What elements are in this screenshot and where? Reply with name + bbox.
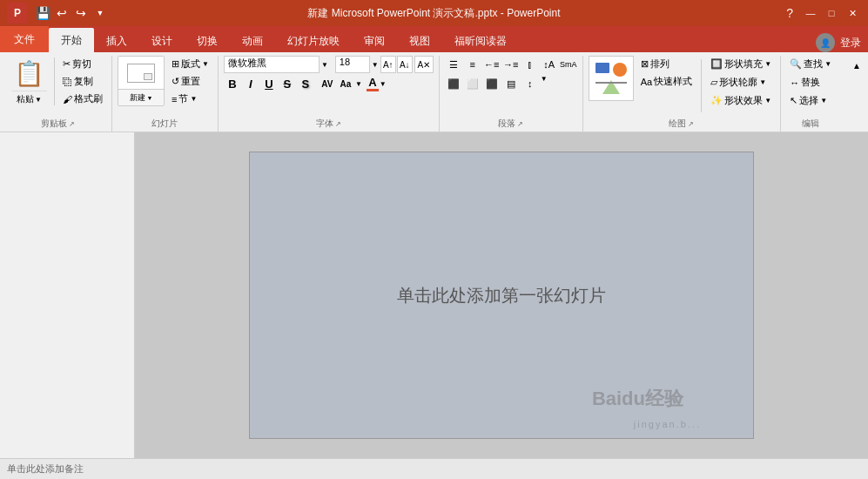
tab-animations[interactable]: 动画 [230,30,275,52]
collapse-ribbon-button[interactable]: ▲ [849,56,865,75]
new-slide-bottom[interactable]: 新建 ▼ [118,90,164,105]
font-size-dropdown-icon[interactable]: ▼ [372,61,379,69]
find-icon: 🔍 [790,58,802,70]
clear-format-button[interactable]: A✕ [414,56,434,73]
reset-button[interactable]: ↺ 重置 [168,73,212,90]
increase-font-button[interactable]: A↑ [380,56,396,73]
app-logo: P [7,3,28,24]
replace-button[interactable]: ↔ 替换 [786,74,835,91]
shapes-gallery[interactable] [589,56,634,101]
decrease-font-button[interactable]: A↓ [397,56,413,73]
tab-review[interactable]: 审阅 [352,30,397,52]
shadow-button[interactable]: S [297,75,314,92]
italic-button[interactable]: I [242,75,259,92]
arrange-button[interactable]: ⊠ 排列 [637,56,696,72]
ribbon-tabs: 文件 开始 插入 设计 切换 动画 幻灯片放映 审阅 视图 福昕阅读器 👤 登录 [0,26,868,52]
align-right-button[interactable]: ⬛ [483,75,501,92]
replace-icon: ↔ [790,78,799,88]
layout-icon: ⊞ [172,58,179,70]
clipboard-label: 剪贴板 ↗ [9,116,106,132]
font-group: 微软雅黑 ▼ 18 ▼ A↑ A↓ A✕ [219,56,440,132]
redo-icon[interactable]: ↪ [73,5,89,21]
tab-reader[interactable]: 福昕阅读器 [442,30,519,52]
select-button[interactable]: ↖ 选择 ▼ [786,92,835,109]
line-spacing-button[interactable]: ↕ [521,75,539,92]
find-button[interactable]: 🔍 查找 ▼ [786,56,835,72]
strikethrough-button[interactable]: S [279,75,296,92]
underline-button[interactable]: U [260,75,278,92]
new-slide-dropdown-icon: ▼ [147,95,153,101]
columns-button[interactable]: ⫿ [521,56,539,73]
paragraph-expand-icon[interactable]: ↗ [517,120,523,128]
new-slide-top[interactable] [118,57,164,90]
tab-file[interactable]: 文件 [0,26,49,52]
tab-insert[interactable]: 插入 [94,30,139,52]
character-spacing-button[interactable]: AV [319,75,336,92]
shape-fill-button[interactable]: 🔲 形状填充 ▼ [707,56,775,72]
clipboard-expand-icon[interactable]: ↗ [69,120,75,128]
more-icon[interactable]: ▼ [92,5,108,21]
notes-bar[interactable]: 单击此处添加备注 [0,458,868,479]
login-label: 登录 [840,36,861,51]
minimize-button[interactable]: — [802,4,819,22]
close-button[interactable]: ✕ [844,4,861,22]
watermark: Baidu经验 [592,386,683,412]
format-painter-button[interactable]: 🖌 格式刷 [59,91,106,107]
help-button[interactable]: ? [781,4,798,22]
increase-indent-button[interactable]: →≡ [502,56,520,73]
font-label: 字体 ↗ [224,116,434,132]
editing-label: 编辑 [786,116,835,132]
slide-placeholder: 单击此处添加第一张幻灯片 [397,284,606,307]
drawing-expand-icon[interactable]: ↗ [688,120,694,128]
drawing-label: 绘图 ↗ [589,116,775,132]
tab-home[interactable]: 开始 [49,28,94,52]
copy-icon: ⿻ [63,77,72,87]
tab-design[interactable]: 设计 [139,30,185,52]
char-case-dropdown-icon[interactable]: ▼ [355,80,362,88]
select-icon: ↖ [790,95,797,106]
section-icon: ≡ [172,94,177,105]
align-left-button[interactable]: ⬛ [445,75,462,92]
shape-outline-icon: ▱ [710,77,717,88]
quick-styles-icon: Aa [641,77,652,87]
bullets-button[interactable]: ☰ [445,56,462,73]
maximize-button[interactable]: □ [823,4,840,22]
copy-button[interactable]: ⿻ 复制 [59,73,106,90]
paste-button[interactable]: 📋 粘贴 ▼ [9,56,50,107]
tab-transitions[interactable]: 切换 [185,30,230,52]
decrease-indent-button[interactable]: ←≡ [483,56,501,73]
shape-outline-button[interactable]: ▱ 形状轮廓 ▼ [707,74,775,91]
tab-view[interactable]: 视图 [397,30,442,52]
font-name-selector[interactable]: 微软雅黑 [224,56,320,73]
font-color-button[interactable]: A [367,76,379,91]
tab-slideshow[interactable]: 幻灯片放映 [275,30,352,52]
main-area: 单击此处添加第一张幻灯片 Baidu经验 jingyan.b... [0,132,868,458]
font-color-dropdown-icon[interactable]: ▼ [380,80,387,88]
numbered-list-button[interactable]: ≡ [464,56,481,73]
align-center-button[interactable]: ⬜ [464,75,481,92]
justify-button[interactable]: ▤ [502,75,520,92]
ribbon: 📋 粘贴 ▼ ✂ 剪切 ⿻ 复制 [0,52,868,132]
font-expand-icon[interactable]: ↗ [335,120,341,128]
notes-placeholder: 单击此处添加备注 [7,462,84,476]
new-slide-button[interactable]: 新建 ▼ [118,56,165,106]
login-button[interactable]: 👤 登录 [816,33,861,52]
font-name-dropdown-icon[interactable]: ▼ [321,61,328,69]
arrange-icon: ⊠ [641,58,649,70]
quick-styles-button[interactable]: Aa 快速样式 [637,73,696,90]
save-icon[interactable]: 💾 [35,5,50,21]
layout-button[interactable]: ⊞ 版式 ▼ [168,56,212,72]
shape-effect-button[interactable]: ✨ 形状效果 ▼ [707,92,775,109]
layout-dropdown-icon: ▼ [202,60,209,68]
slide-canvas[interactable]: 单击此处添加第一张幻灯片 Baidu经验 jingyan.b... [249,152,754,439]
text-direction-button[interactable]: ↕A [541,56,558,73]
section-button[interactable]: ≡ 节 ▼ [168,91,212,107]
undo-icon[interactable]: ↩ [54,5,70,21]
char-case-button[interactable]: Aa [337,75,354,92]
bold-button[interactable]: B [224,75,241,92]
cut-button[interactable]: ✂ 剪切 [59,56,106,72]
font-size-input[interactable]: 18 [335,56,370,73]
line-spacing-dropdown-icon[interactable]: ▼ [541,75,548,92]
convert-to-smartart-button[interactable]: SmA [560,56,577,73]
cut-icon: ✂ [63,58,71,70]
